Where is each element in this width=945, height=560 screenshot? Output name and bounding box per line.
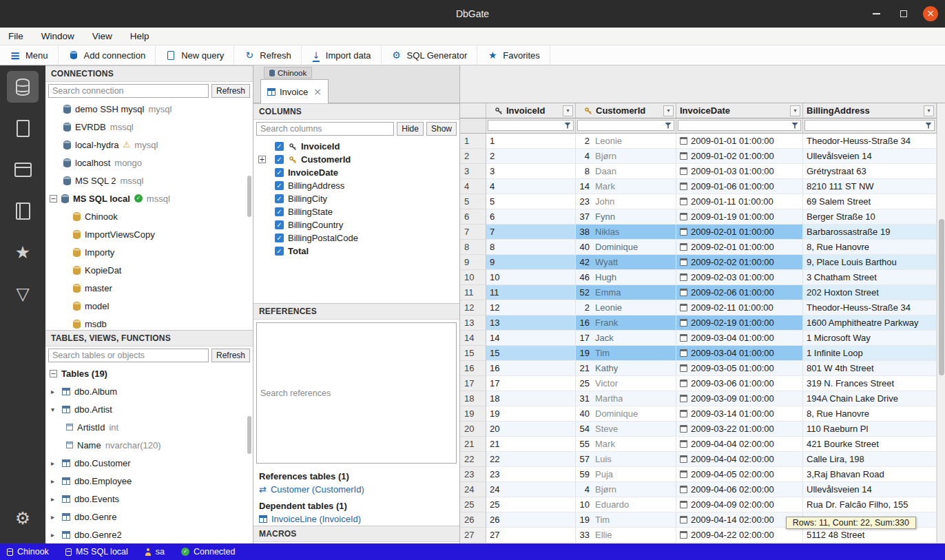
expand-toggle-icon[interactable]: + [258, 156, 266, 163]
customer-id-cell[interactable]: 10Eduardo [576, 497, 676, 512]
reference-link-invoiceline[interactable]: InvoiceLine (InvoiceId) [253, 512, 459, 526]
invoice-id-cell[interactable]: 13 [486, 315, 576, 331]
invoice-date-cell[interactable]: 2009-02-02 01:00:00 [676, 255, 803, 270]
customer-id-cell[interactable]: 38Niklas [576, 225, 676, 240]
column-menu-button[interactable] [663, 105, 674, 116]
scrollbar-thumb[interactable] [939, 219, 944, 375]
connection-item[interactable]: −MS SQL localmssql [45, 189, 253, 207]
table-row[interactable]: 252510Eduardo2009-04-09 02:00:00Rua Dr. … [460, 497, 937, 512]
column-checkbox[interactable] [275, 234, 284, 242]
billing-address-cell[interactable]: 194A Chain Lake Drive [803, 391, 937, 406]
invoice-id-cell[interactable]: 18 [486, 391, 576, 406]
column-checkbox[interactable] [275, 207, 284, 216]
invoice-id-cell[interactable]: 7 [486, 225, 576, 240]
sidebar-item-history[interactable] [7, 195, 39, 227]
menu-window[interactable]: Window [41, 31, 74, 41]
customer-id-cell[interactable]: 40Dominique [576, 406, 676, 422]
customer-id-cell[interactable]: 54Steve [576, 422, 676, 437]
column-visibility-row[interactable]: Total [253, 245, 459, 258]
billing-address-cell[interactable]: Grétrystraat 63 [803, 164, 937, 179]
billing-address-cell[interactable]: 421 Bourke Street [803, 437, 937, 452]
table-row[interactable]: 131316Frank2009-02-19 01:00:001600 Amphi… [460, 315, 937, 331]
invoice-id-cell[interactable]: 25 [486, 497, 576, 512]
column-checkbox[interactable] [275, 194, 284, 203]
table-row[interactable]: 202054Steve2009-03-22 01:00:00110 Raebur… [460, 422, 937, 437]
connection-item[interactable]: demo SSH mysqlmysql [45, 100, 253, 118]
invoice-date-cell[interactable]: 2009-01-02 01:00:00 [676, 149, 803, 164]
table-row[interactable]: 24244Bjørn2009-04-06 02:00:00Ullevålsvei… [460, 482, 937, 497]
billing-address-cell[interactable]: 801 W 4th Street [803, 361, 937, 376]
tables-scrollbar[interactable] [247, 416, 251, 454]
statusbar-database[interactable]: Chinook [7, 547, 49, 557]
column-checkbox[interactable] [275, 142, 284, 151]
invoice-date-cell[interactable]: 2009-03-09 01:00:00 [676, 391, 803, 406]
customer-id-cell[interactable]: 52Emma [576, 285, 676, 300]
invoice-date-cell[interactable]: 2009-01-01 01:00:00 [676, 134, 803, 149]
connections-scrollbar[interactable] [247, 176, 251, 217]
customer-id-cell[interactable]: 23John [576, 194, 676, 209]
chevron-icon[interactable] [51, 388, 58, 395]
customer-id-cell[interactable]: 8Daan [576, 164, 676, 179]
billing-address-cell[interactable]: Ullevålsveien 14 [803, 149, 937, 164]
table-item[interactable]: dbo.Employee [45, 472, 253, 490]
customer-id-cell[interactable]: 19Tim [576, 512, 676, 528]
connection-item[interactable]: EVRDBmssql [45, 118, 253, 136]
column-visibility-row[interactable]: BillingCity [253, 192, 459, 205]
table-item[interactable]: dbo.Genre2 [45, 526, 253, 543]
references-search-input[interactable] [256, 322, 457, 464]
invoice-id-cell[interactable]: 24 [486, 482, 576, 497]
column-checkbox[interactable] [275, 220, 284, 229]
invoice-id-cell[interactable]: 11 [486, 285, 576, 300]
column-header-invoicedate[interactable]: InvoiceDate [676, 103, 803, 118]
columns-search-input[interactable] [256, 122, 394, 136]
invoice-id-cell[interactable]: 2 [486, 149, 576, 164]
customer-id-cell[interactable]: 16Frank [576, 315, 676, 331]
menu-file[interactable]: File [8, 31, 23, 41]
invoice-date-cell[interactable]: 2009-02-11 01:00:00 [676, 300, 803, 315]
collapse-toggle-icon[interactable]: − [50, 195, 57, 203]
connection-item[interactable]: MS SQL 2mssql [45, 172, 253, 189]
collapse-toggle-icon[interactable]: − [50, 370, 57, 377]
invoice-date-cell[interactable]: 2009-01-19 01:00:00 [676, 209, 803, 225]
table-row[interactable]: 12122Leonie2009-02-11 01:00:00Theodor-He… [460, 300, 937, 315]
sidebar-item-settings[interactable] [7, 502, 39, 534]
database-item[interactable]: Chinook [45, 207, 253, 225]
table-row[interactable]: 8840Dominique2009-02-01 01:00:008, Rue H… [460, 240, 937, 255]
table-row[interactable]: 141417Jack2009-03-04 01:00:001 Microsoft… [460, 331, 937, 346]
customer-id-cell[interactable]: 57Luis [576, 452, 676, 467]
tab-group-chinook[interactable]: Chinook [264, 67, 312, 79]
column-checkbox[interactable] [275, 247, 284, 256]
invoice-date-cell[interactable]: 2009-04-04 02:00:00 [676, 452, 803, 467]
close-tab-icon[interactable] [313, 86, 322, 97]
billing-address-cell[interactable]: Ullevålsveien 14 [803, 482, 937, 497]
database-item[interactable]: model [45, 297, 253, 315]
table-row[interactable]: 232359Puja2009-04-05 02:00:003,Raj Bhava… [460, 467, 937, 482]
invoice-date-cell[interactable]: 2009-02-19 01:00:00 [676, 315, 803, 331]
reference-link-customer[interactable]: Customer (CustomerId) [253, 483, 459, 496]
connection-item[interactable]: local-hydramysql [45, 136, 253, 154]
table-row[interactable]: 111152Emma2009-02-06 01:00:00202 Hoxton … [460, 285, 937, 300]
table-item[interactable]: dbo.Genre [45, 508, 253, 526]
invoice-date-cell[interactable]: 2009-04-22 02:00:00 [676, 528, 803, 543]
billing-address-cell[interactable]: Berger Straße 10 [803, 209, 937, 225]
invoice-date-cell[interactable]: 2009-04-14 02:00:00 [676, 512, 803, 528]
chevron-icon[interactable] [51, 531, 58, 539]
funnel-icon[interactable] [791, 123, 798, 129]
billing-address-cell[interactable]: 3 Chatham Street [803, 270, 937, 285]
funnel-icon[interactable] [564, 123, 571, 129]
billing-address-cell[interactable]: 319 N. Frances Street [803, 376, 937, 391]
filter-input-invoiceid[interactable] [488, 121, 564, 130]
table-row[interactable]: 7738Niklas2009-02-01 01:00:00Barbarossas… [460, 225, 937, 240]
invoice-id-cell[interactable]: 5 [486, 194, 576, 209]
table-row[interactable]: 181831Martha2009-03-09 01:00:00194A Chai… [460, 391, 937, 406]
table-row[interactable]: 224Bjørn2009-01-02 01:00:00Ullevålsveien… [460, 149, 937, 164]
column-header-invoiceid[interactable]: InvoiceId [486, 103, 576, 118]
tab-invoice[interactable]: Invoice [260, 79, 329, 103]
invoice-date-cell[interactable]: 2009-04-09 02:00:00 [676, 497, 803, 512]
invoice-date-cell[interactable]: 2009-02-06 01:00:00 [676, 285, 803, 300]
invoice-date-cell[interactable]: 2009-02-03 01:00:00 [676, 270, 803, 285]
table-row[interactable]: 9942Wyatt2009-02-02 01:00:009, Place Lou… [460, 255, 937, 270]
minimize-button[interactable] [868, 6, 884, 22]
table-row[interactable]: 151519Tim2009-03-04 01:00:001 Infinite L… [460, 346, 937, 361]
table-row[interactable]: 171725Victor2009-03-06 01:00:00319 N. Fr… [460, 376, 937, 391]
